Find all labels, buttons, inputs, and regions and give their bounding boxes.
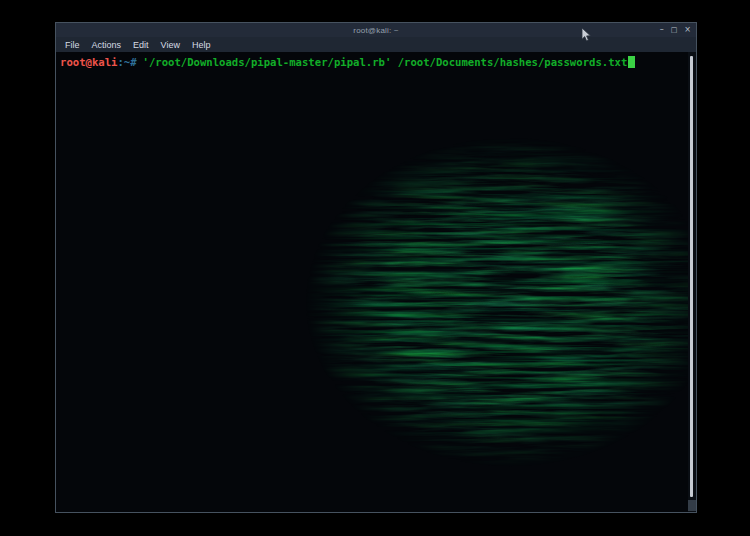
close-button[interactable]: × bbox=[684, 26, 691, 34]
window-controls: – □ × bbox=[660, 23, 691, 37]
menu-item-edit[interactable]: Edit bbox=[127, 39, 155, 51]
terminal-window: root@kali: ~ – □ × File Actions Edit Vie… bbox=[55, 22, 697, 513]
terminal-area[interactable]: root@kali:~#'/root/Downloads/pipal-maste… bbox=[56, 52, 696, 512]
terminal-cursor bbox=[628, 56, 635, 68]
scrollbar-bottom-cap bbox=[688, 500, 696, 511]
command-line: root@kali:~#'/root/Downloads/pipal-maste… bbox=[60, 56, 635, 69]
terminal-noise-texture bbox=[56, 52, 696, 512]
desktop-background: root@kali: ~ – □ × File Actions Edit Vie… bbox=[0, 0, 750, 536]
scrollbar[interactable] bbox=[688, 52, 696, 512]
menu-item-file[interactable]: File bbox=[59, 39, 86, 51]
menu-item-actions[interactable]: Actions bbox=[86, 39, 128, 51]
maximize-button[interactable]: □ bbox=[671, 26, 678, 34]
minimize-button[interactable]: – bbox=[660, 26, 664, 34]
menubar: File Actions Edit View Help bbox=[56, 37, 696, 52]
menu-item-help[interactable]: Help bbox=[186, 39, 217, 51]
window-titlebar[interactable]: root@kali: ~ – □ × bbox=[56, 23, 696, 37]
menu-item-view[interactable]: View bbox=[155, 39, 186, 51]
prompt-user-host: root@kali bbox=[60, 56, 117, 68]
prompt-symbol: :~# bbox=[117, 56, 136, 68]
window-title: root@kali: ~ bbox=[353, 26, 398, 35]
scrollbar-thumb[interactable] bbox=[690, 56, 693, 497]
command-text: '/root/Downloads/pipal-master/pipal.rb' … bbox=[143, 56, 628, 68]
